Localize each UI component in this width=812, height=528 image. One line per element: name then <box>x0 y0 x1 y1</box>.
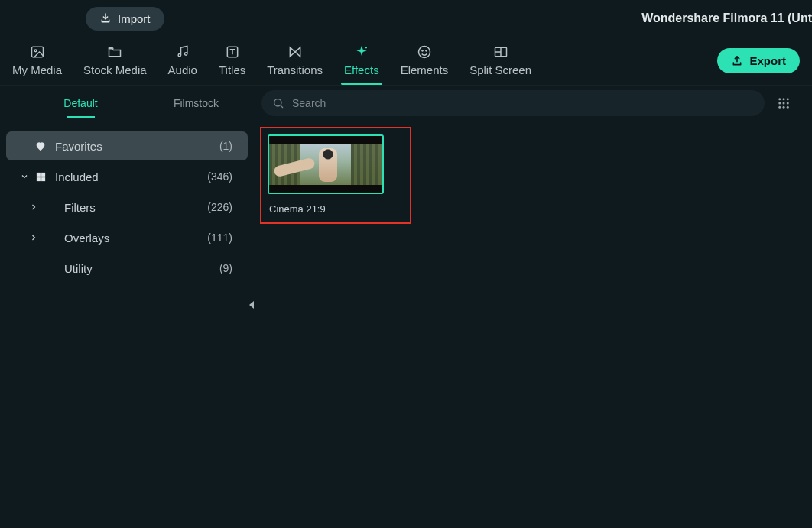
sidebar-item-overlays[interactable]: Overlays (111) <box>6 223 248 252</box>
svg-rect-23 <box>41 177 45 181</box>
sidebar-item-label: Overlays <box>64 232 207 245</box>
library-tab-label: Default <box>63 97 97 109</box>
sidebar-item-count: (111) <box>207 232 232 244</box>
content-area: Favorites (1) Included (346) Filters (22… <box>0 121 812 528</box>
tab-split-screen[interactable]: Split Screen <box>466 37 534 85</box>
chevron-right-icon <box>26 233 41 242</box>
tab-effects[interactable]: Effects <box>341 37 382 85</box>
sidebar-item-filters[interactable]: Filters (226) <box>6 193 248 222</box>
nav-tab-label: Split Screen <box>469 63 531 76</box>
svg-point-12 <box>783 98 785 100</box>
sidebar-item-label: Utility <box>64 262 219 275</box>
effect-label: Cinema 21:9 <box>268 203 404 215</box>
sidebar-item-count: (1) <box>219 140 232 152</box>
sidebar-item-label: Filters <box>64 201 207 214</box>
sidebar-item-count: (9) <box>219 262 232 274</box>
svg-rect-0 <box>31 47 43 57</box>
sidebar-item-included[interactable]: Included (346) <box>6 162 248 191</box>
sidebar-collapse-button[interactable] <box>248 300 255 309</box>
sidebar-item-count: (226) <box>207 201 232 213</box>
heart-icon <box>32 140 49 152</box>
nav-tab-label: Effects <box>344 63 379 76</box>
svg-point-16 <box>787 102 789 105</box>
svg-point-8 <box>426 50 427 51</box>
svg-point-2 <box>178 54 180 57</box>
svg-rect-22 <box>36 177 40 181</box>
svg-point-6 <box>418 47 430 58</box>
sparkle-icon <box>352 44 371 60</box>
search-input[interactable] <box>292 97 754 109</box>
split-screen-icon <box>492 44 510 60</box>
svg-point-19 <box>787 106 789 109</box>
nav-tab-label: Audio <box>168 63 197 76</box>
svg-point-5 <box>365 47 367 48</box>
svg-point-7 <box>422 50 423 51</box>
sidebar: Favorites (1) Included (346) Filters (22… <box>0 121 254 528</box>
tab-audio[interactable]: Audio <box>165 37 200 85</box>
search-box[interactable] <box>261 90 765 116</box>
nav-tab-label: Elements <box>401 63 449 76</box>
titlebar: Import Wondershare Filmora 11 (Unt <box>0 0 812 37</box>
svg-point-13 <box>787 98 789 100</box>
library-tab-default[interactable]: Default <box>23 86 138 121</box>
library-toolbar: Default Filmstock <box>0 86 812 121</box>
export-icon <box>731 55 743 67</box>
grid-view-button[interactable] <box>772 92 795 115</box>
triangle-left-icon <box>248 300 255 309</box>
sidebar-item-label: Favorites <box>55 140 219 153</box>
svg-point-3 <box>184 53 187 55</box>
svg-rect-20 <box>36 172 40 176</box>
music-icon <box>174 44 192 60</box>
svg-point-11 <box>778 98 781 100</box>
svg-rect-21 <box>41 172 45 176</box>
chevron-down-icon <box>17 172 32 181</box>
svg-point-14 <box>778 102 781 105</box>
search-icon <box>272 97 284 109</box>
sidebar-item-utility[interactable]: Utility (9) <box>6 254 248 283</box>
export-button[interactable]: Export <box>717 48 800 73</box>
nav-tab-label: Stock Media <box>83 63 147 76</box>
grid-icon <box>32 171 49 183</box>
nav-tabs: My Media Stock Media Audio Titles Transi <box>9 37 717 85</box>
chevron-right-icon <box>26 202 41 212</box>
tab-elements[interactable]: Elements <box>398 37 452 85</box>
svg-point-15 <box>783 102 785 105</box>
tab-stock-media[interactable]: Stock Media <box>80 37 150 85</box>
library-tab-label: Filmstock <box>174 97 219 109</box>
nav-tab-label: My Media <box>12 63 62 76</box>
export-label: Export <box>749 54 786 67</box>
effect-thumbnail[interactable] <box>268 134 384 194</box>
sidebar-item-count: (346) <box>207 170 232 183</box>
library-tabs: Default Filmstock <box>0 86 254 121</box>
app-title: Wondershare Filmora 11 (Unt <box>641 0 812 37</box>
import-icon <box>99 12 112 24</box>
tab-titles[interactable]: Titles <box>216 37 248 85</box>
search-area <box>254 86 801 121</box>
tab-transitions[interactable]: Transitions <box>264 37 326 85</box>
folder-icon <box>106 44 124 60</box>
import-label: Import <box>118 12 151 25</box>
library-tab-filmstock[interactable]: Filmstock <box>138 86 254 121</box>
nav-tab-label: Transitions <box>267 63 323 76</box>
svg-point-10 <box>274 99 281 106</box>
import-button[interactable]: Import <box>86 7 164 31</box>
grid-icon <box>777 96 791 110</box>
titles-icon <box>223 44 242 60</box>
nav-tab-label: Titles <box>219 63 245 76</box>
svg-point-1 <box>34 50 37 52</box>
sidebar-item-favorites[interactable]: Favorites (1) <box>6 131 248 160</box>
top-nav: My Media Stock Media Audio Titles Transi <box>0 37 812 86</box>
transitions-icon <box>286 44 304 60</box>
svg-point-17 <box>778 106 781 109</box>
image-icon <box>28 44 47 60</box>
sidebar-item-label: Included <box>55 170 207 183</box>
tab-my-media[interactable]: My Media <box>9 37 65 85</box>
effect-card-highlight: Cinema 21:9 <box>260 127 411 224</box>
svg-point-18 <box>783 106 785 109</box>
smiley-icon <box>415 44 434 60</box>
effects-grid: Cinema 21:9 <box>254 121 812 528</box>
